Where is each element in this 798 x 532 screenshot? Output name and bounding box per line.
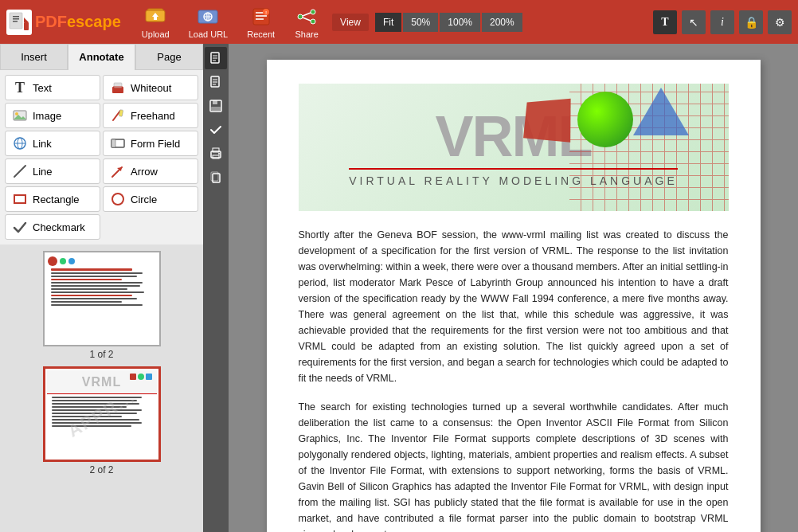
settings-button[interactable]: ⚙ [768,10,792,34]
tab-annotate[interactable]: Annotate [68,44,135,70]
arrow-tool-label: Arrow [131,166,158,178]
svg-rect-43 [14,195,25,203]
svg-point-24 [311,19,315,24]
upload-button[interactable]: Upload [135,4,176,41]
share-icon [295,6,318,28]
image-tool-icon [12,108,28,123]
recent-label: Recent [247,29,275,39]
zoom-200-button[interactable]: 200% [482,13,522,32]
zoom-fit-button[interactable]: Fit [375,13,401,32]
logo-area: PDFescape [6,10,121,35]
svg-point-31 [15,112,18,115]
sidebar-icon-check[interactable] [205,119,227,141]
pdf-para-2: The search for existing technologies tur… [299,399,729,532]
svg-rect-18 [256,15,267,17]
rectangle-tool-icon [12,191,28,207]
thumbnail-2[interactable]: VRML [43,366,161,475]
tools-grid: T Text Whiteout [0,70,203,244]
logo-icon [6,10,32,35]
zoom-group: Fit 50% 100% 200% [375,13,522,32]
rectangle-tool-label: Rectangle [33,194,80,205]
logo-text: PDFescape [35,13,121,31]
text-cursor-button[interactable]: T [653,10,677,34]
tool-image[interactable]: Image [5,103,100,128]
green-sphere-shape [577,92,633,147]
tool-rectangle[interactable]: Rectangle [5,186,100,212]
svg-rect-4 [13,21,18,22]
line-tool-icon [12,163,28,179]
logo-escape-part: escape [67,13,121,30]
svg-rect-19 [256,18,264,20]
text-tool-icon: T [12,80,28,96]
tool-whiteout[interactable]: Whiteout [103,75,198,100]
sidebar-icon-save[interactable] [205,95,227,117]
link-tool-label: Link [33,138,52,150]
tab-bar: Insert Annotate Page [0,44,203,70]
pdf-area[interactable]: VRML VIRTUAL REALITY MODELING LANGUAGE S… [229,44,798,532]
upload-label: Upload [142,29,170,39]
thumb-img-1[interactable] [43,251,161,346]
left-panel: Insert Annotate Page T Text Whiteout [0,44,203,532]
circle-tool-label: Circle [131,194,157,205]
share-label: Share [295,29,318,39]
thumb-content-1 [45,252,159,345]
line-tool-label: Line [33,166,53,178]
load-url-icon [197,6,219,28]
whiteout-tool-label: Whiteout [131,82,171,94]
tool-checkmark[interactable]: Checkmark [5,214,100,240]
main-layout: Insert Annotate Page T Text Whiteout [0,44,798,532]
zoom-50-button[interactable]: 50% [403,13,438,32]
link-tool-icon [12,135,28,151]
tool-formfield[interactable]: Form Field [103,131,198,156]
tool-circle[interactable]: Circle [103,186,198,212]
share-button[interactable]: Share [288,4,326,41]
view-button[interactable]: View [332,14,369,31]
sidebar-icon-pages2[interactable] [205,166,227,189]
lock-button[interactable]: 🔒 [739,10,763,34]
circle-tool-icon [110,191,126,207]
sidebar-icon-pages[interactable] [205,47,227,69]
pdf-page: VRML VIRTUAL REALITY MODELING LANGUAGE S… [267,60,761,532]
recent-icon: ! [250,6,272,28]
sidebar-icon-bookmarks[interactable] [205,71,227,93]
tab-page[interactable]: Page [135,44,203,70]
tab-insert[interactable]: Insert [0,44,68,70]
svg-line-25 [303,13,311,16]
load-url-button[interactable]: Load URL [182,4,235,41]
tool-arrow[interactable]: Arrow [103,158,198,184]
svg-rect-10 [154,17,157,20]
red-box-shape [523,99,571,143]
load-url-label: Load URL [189,29,229,39]
recent-button[interactable]: ! Recent [241,4,281,41]
svg-rect-2 [13,16,19,18]
tool-link[interactable]: Link [5,131,100,156]
tool-line[interactable]: Line [5,158,100,184]
arrow-tool-icon [110,163,126,179]
whiteout-tool-icon [110,80,126,96]
pdf-header: VRML VIRTUAL REALITY MODELING LANGUAGE [299,84,729,211]
checkmark-tool-label: Checkmark [33,221,85,233]
svg-line-26 [303,18,311,21]
zoom-100-button[interactable]: 100% [440,13,480,32]
info-button[interactable]: i [710,10,734,34]
svg-point-23 [298,14,303,19]
thumbnail-1[interactable]: 1 of 2 [43,251,161,360]
freehand-tool-label: Freehand [131,110,175,122]
thumb-content-2: VRML [45,369,158,460]
pointer-button[interactable]: ↖ [682,10,706,34]
tool-text[interactable]: T Text [5,75,100,100]
svg-rect-55 [211,107,221,111]
thumb-label-2: 2 of 2 [89,464,113,475]
svg-rect-54 [213,100,217,104]
pdf-para-1: Shortly after the Geneva BOF session, th… [299,227,729,386]
tool-freehand[interactable]: Freehand [103,103,198,128]
svg-rect-39 [111,139,115,147]
thumb-img-2[interactable]: VRML [43,366,161,462]
svg-line-40 [14,166,25,177]
svg-rect-3 [13,18,19,20]
sidebar-icon-print[interactable] [205,143,227,165]
svg-point-59 [218,153,220,155]
thumbnail-panel: 1 of 2 VRML [0,244,203,532]
checkmark-tool-icon [12,219,28,235]
thumb-lines-1 [51,268,153,306]
